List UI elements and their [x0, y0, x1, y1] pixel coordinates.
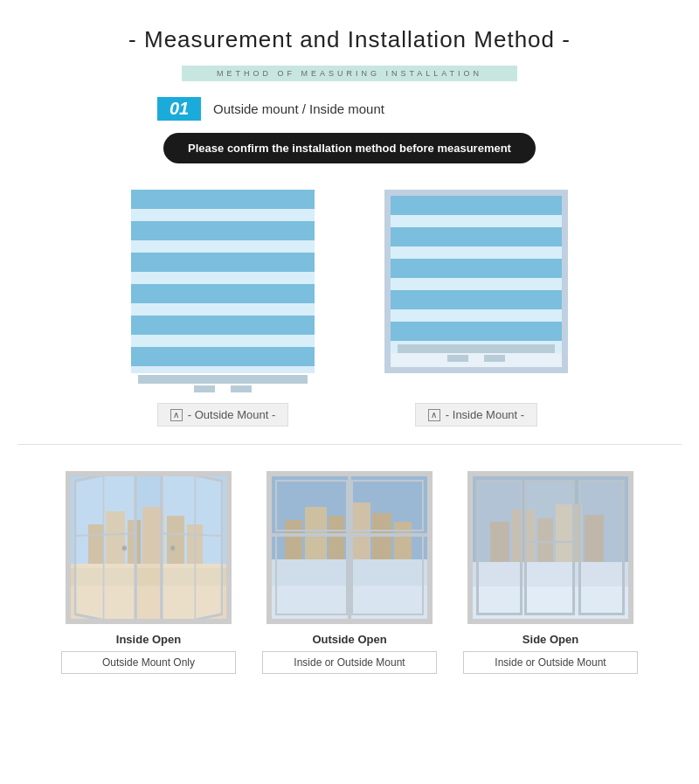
inside-mount-caption: - Inside Mount -: [415, 403, 537, 427]
inside-open-frame: [66, 471, 232, 624]
outside-open-mount: Inside or Outside Mount: [262, 651, 437, 674]
subtitle-banner: METHOD OF MEASURING INSTALLATION: [17, 64, 682, 81]
inside-mount-icon: [428, 409, 440, 421]
window-item-inside-open: Inside Open Outside Mount Only: [61, 471, 236, 674]
inside-open-mount: Outside Mount Only: [61, 651, 236, 674]
step-row: 01 Outside mount / Inside mount: [17, 97, 682, 121]
window-item-outside-open: Outside Open Inside or Outside Mount: [262, 471, 437, 674]
main-title: - Measurement and Installation Method -: [17, 26, 682, 53]
inside-mount-blind: - Inside Mount -: [384, 190, 568, 427]
window-types-section: Inside Open Outside Mount Only: [17, 471, 682, 674]
step-label: Outside mount / Inside mount: [213, 101, 384, 116]
notice-text: Please confirm the installation method b…: [163, 133, 536, 163]
subtitle-banner-text: METHOD OF MEASURING INSTALLATION: [182, 66, 517, 81]
notice-bar: Please confirm the installation method b…: [17, 133, 682, 163]
inside-mount-label: - Inside Mount -: [446, 408, 524, 421]
outside-mount-label: - Outside Mount -: [188, 408, 275, 421]
outside-mount-blind: - Outside Mount -: [131, 190, 315, 427]
page-container: - Measurement and Installation Method - …: [0, 0, 699, 718]
side-open-name: Side Open: [523, 633, 578, 646]
outside-open-name: Outside Open: [312, 633, 386, 646]
window-item-side-open: Side Open Inside or Outside Mount: [463, 471, 638, 674]
side-open-mount: Inside or Outside Mount: [463, 651, 638, 674]
step-badge: 01: [157, 97, 201, 121]
outside-mount-icon: [170, 409, 183, 421]
section-divider: [17, 444, 682, 445]
blinds-section: - Outside Mount -: [17, 190, 682, 427]
outside-open-frame: [266, 471, 433, 624]
side-open-frame: [467, 471, 633, 624]
outside-mount-caption: - Outside Mount -: [157, 403, 288, 427]
inside-open-name: Inside Open: [116, 633, 181, 646]
